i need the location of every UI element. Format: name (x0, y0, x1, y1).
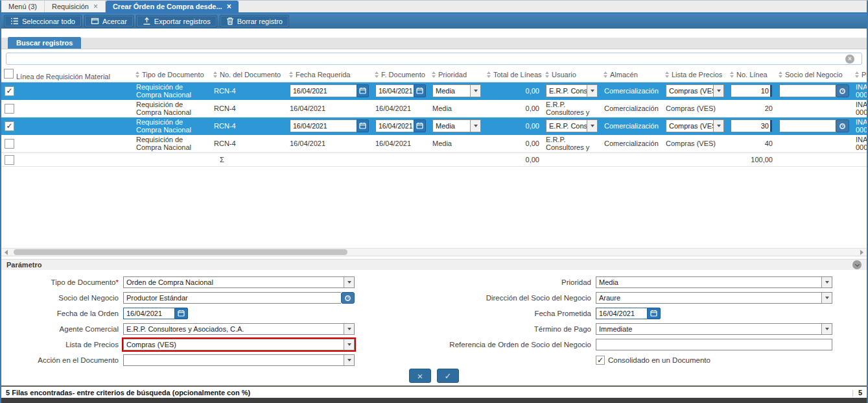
spinner-handle[interactable] (770, 85, 772, 97)
table-row[interactable]: ✓Requisición de Compra NacionalRCN-416/0… (1, 82, 867, 100)
table-row[interactable]: Requisición de Compra NacionalRCN-416/04… (1, 100, 867, 117)
f_documento-date-field[interactable]: 16/04/2021 (375, 119, 426, 132)
row-select-checkbox[interactable] (5, 139, 14, 149)
dropdown-arrow-icon[interactable] (470, 120, 480, 132)
referencia-de-orden-de-socio-del-negocio-input[interactable] (596, 339, 832, 350)
prioridad-select[interactable]: Media (596, 276, 832, 288)
accion-en-el-documento-select[interactable] (123, 354, 355, 366)
column-header-almacen[interactable]: Almacén (601, 67, 663, 82)
fecha_requerida-input[interactable]: 16/04/2021 (290, 84, 357, 97)
socio_negocio-lookup-field[interactable] (779, 119, 849, 132)
sort-icon[interactable] (665, 71, 669, 78)
dropdown-arrow-icon[interactable] (821, 277, 832, 287)
fecha_requerida-date-field[interactable]: 16/04/2021 (290, 119, 369, 132)
cancel-button[interactable]: × (409, 369, 431, 383)
usuario-select[interactable]: E.R.P. Consultores y Asociados, C.A. (546, 84, 598, 97)
termino-de-pago-select[interactable]: Immediate (596, 323, 832, 335)
spinner-handle[interactable] (770, 120, 772, 132)
borrar-registro-button[interactable]: Borrar registro (220, 15, 289, 27)
dropdown-arrow-icon[interactable] (713, 85, 723, 97)
fecha-de-la-orden-date-field[interactable]: 16/04/2021 (123, 308, 188, 319)
socio_negocio-lookup-field[interactable] (779, 84, 849, 97)
f_documento-input[interactable]: 16/04/2021 (375, 119, 414, 132)
sort-icon[interactable] (289, 71, 293, 78)
dropdown-arrow-icon[interactable] (344, 277, 354, 287)
sort-icon[interactable] (604, 71, 607, 78)
sort-icon[interactable] (855, 71, 859, 78)
no-linea-input[interactable]: 10 (731, 84, 773, 97)
clear-search-icon[interactable]: × (845, 55, 854, 64)
close-tab-icon[interactable]: × (227, 3, 231, 10)
calendar-button[interactable] (414, 84, 426, 97)
fecha_requerida-input[interactable]: 16/04/2021 (290, 119, 357, 132)
collapse-panel-icon[interactable] (852, 260, 862, 269)
column-header-socio-del-negocio[interactable]: Socio del Negocio (776, 67, 852, 82)
tab-crear-orden-de-compra-desde[interactable]: Crear Órden de Compra desde...× (106, 1, 239, 12)
scrollbar-thumb[interactable] (14, 249, 347, 255)
tab-requisicion[interactable]: Requisición× (45, 1, 106, 12)
column-header-f-documento[interactable]: F. Documento (372, 67, 429, 82)
row-select-checkbox[interactable]: ✓ (5, 86, 14, 96)
table-row[interactable]: Requisición de Compra NacionalRCN-416/04… (1, 135, 867, 153)
sort-icon[interactable] (432, 71, 436, 78)
no-linea-input[interactable]: 30 (731, 119, 773, 132)
calendar-button[interactable] (414, 119, 426, 132)
column-header-linea-de-requisicion-material[interactable]: Línea de Requisición Material (1, 67, 133, 82)
dropdown-arrow-icon[interactable] (470, 85, 480, 97)
sort-icon[interactable] (135, 71, 139, 78)
column-header-lista-de-precios[interactable]: Lista de Precios (663, 67, 727, 82)
dropdown-arrow-icon[interactable] (344, 355, 354, 365)
socio_negocio-input[interactable] (779, 84, 836, 97)
scroll-left-icon[interactable] (3, 250, 10, 255)
tipo-de-documento-select[interactable]: Orden de Compra Nacional (123, 276, 355, 288)
dropdown-arrow-icon[interactable] (344, 339, 354, 350)
fecha-prometida-input[interactable]: 16/04/2021 (596, 308, 647, 319)
fecha_requerida-date-field[interactable]: 16/04/2021 (290, 84, 369, 97)
column-header-prioridad[interactable]: Prioridad (429, 67, 484, 82)
fecha-de-la-orden-input[interactable]: 16/04/2021 (123, 308, 174, 319)
sort-icon[interactable] (213, 71, 217, 78)
tab-buscar-registros[interactable]: Buscar registros (8, 37, 81, 49)
lista_precios-select[interactable]: Compras (VES) (666, 84, 724, 97)
dropdown-arrow-icon[interactable] (821, 324, 832, 334)
sort-icon[interactable] (487, 71, 491, 78)
sort-icon[interactable] (730, 71, 734, 78)
acercar-button[interactable]: Acercar (84, 15, 134, 27)
fecha-prometida-date-field[interactable]: 16/04/2021 (596, 308, 661, 319)
scrollbar-track[interactable] (10, 249, 858, 255)
row-select-checkbox[interactable] (5, 104, 14, 114)
calendar-button[interactable] (647, 308, 661, 319)
socio-del-negocio-lookup-field[interactable]: Productor Estándar (123, 292, 355, 304)
calendar-button[interactable] (357, 84, 369, 97)
dropdown-arrow-icon[interactable] (821, 293, 832, 303)
dropdown-arrow-icon[interactable] (587, 120, 597, 132)
agente-comercial-select[interactable]: E.R.P. Consultores y Asociados, C.A. (123, 323, 355, 335)
sort-icon[interactable] (375, 71, 379, 78)
record-info-button[interactable] (341, 292, 355, 304)
column-header-no-del-documento[interactable]: No. del Documento (211, 67, 287, 82)
direccion-del-socio-del-negocio-select[interactable]: Araure (596, 292, 832, 304)
record-info-button[interactable] (836, 119, 849, 132)
table-row[interactable]: ✓Requisición de Compra NacionalRCN-416/0… (1, 117, 867, 135)
horizontal-scrollbar[interactable] (1, 248, 867, 256)
select-all-checkbox[interactable] (4, 69, 14, 79)
prioridad-select[interactable]: Media (432, 84, 481, 97)
column-header-no-linea[interactable]: No. Línea (727, 67, 776, 82)
prioridad-select[interactable]: Media (432, 119, 481, 132)
socio_negocio-input[interactable] (779, 119, 836, 132)
close-tab-icon[interactable]: × (93, 3, 98, 10)
column-header-usuario[interactable]: Usuario (543, 67, 601, 82)
column-header-total-de-lineas[interactable]: Total de Líneas (484, 67, 543, 82)
usuario-select[interactable]: E.R.P. Consultores y Asociados, C.A. (546, 119, 598, 132)
f_documento-input[interactable]: 16/04/2021 (375, 84, 414, 97)
exportar-registros-button[interactable]: Exportar registros (136, 15, 217, 27)
sort-icon[interactable] (779, 71, 782, 78)
row-select-checkbox[interactable]: ✓ (5, 121, 14, 131)
lista-de-precios-select[interactable]: Compras (VES) (123, 339, 355, 350)
calendar-button[interactable] (174, 308, 188, 319)
lista_precios-select[interactable]: Compras (VES) (666, 119, 724, 132)
column-header-tipo-de-documento[interactable]: Tipo de Documento (133, 67, 211, 82)
scroll-right-icon[interactable] (858, 250, 865, 255)
socio-del-negocio-input[interactable]: Productor Estándar (123, 292, 341, 304)
seleccionar-todo-button[interactable]: Seleccionar todo (4, 15, 82, 27)
